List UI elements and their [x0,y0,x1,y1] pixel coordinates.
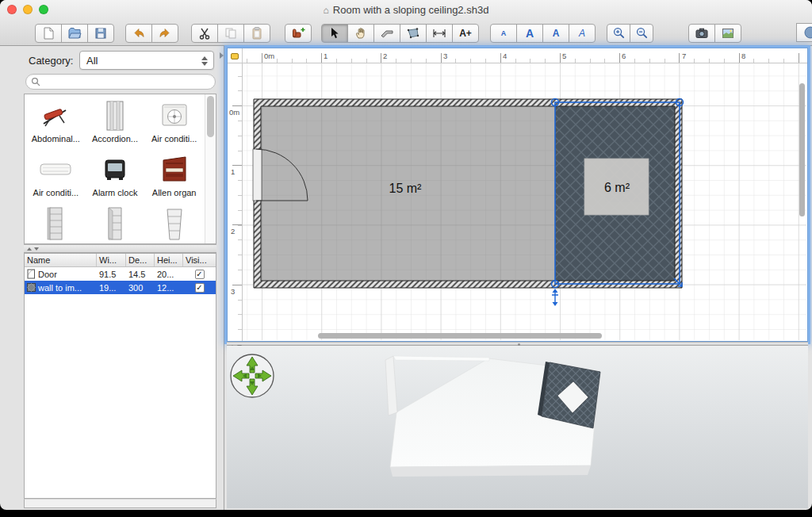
undo-button[interactable] [125,24,152,43]
create-dimensions-icon [432,26,446,40]
select-arrow-icon [327,26,342,40]
help-button[interactable] [796,23,812,42]
plan-view[interactable]: 0m 1 2 3 4 5 6 7 8 0m 1 2 3 [227,48,808,342]
catalog-item[interactable]: Allen organ [144,150,204,204]
zoom-out-button[interactable] [630,24,653,43]
catalog-item[interactable] [86,204,145,244]
add-text-tool-button[interactable]: A+ [452,24,479,43]
create-walls-tool-button[interactable] [373,24,400,43]
pan-tool-button[interactable] [347,24,374,43]
search-input[interactable] [40,76,215,87]
close-button[interactable] [7,5,17,14]
column-header-name[interactable]: Name [25,254,97,266]
create-video-button[interactable] [714,24,741,43]
hand-icon [354,26,368,40]
table-row[interactable]: Door 91.5 14.5 20... ✓ [25,267,216,281]
titlebar[interactable]: ⌂Room with a sloping ceiling2.sh3d [0,0,812,19]
furniture-list: Name Wi... De... Hei... Visi... Door 91.… [24,253,216,499]
copy-button[interactable] [217,24,244,43]
catalog-item[interactable]: Accordion... [86,96,145,150]
visible-checkbox[interactable]: ✓ [195,270,205,279]
catalog-item-label: Abdominal... [32,134,80,144]
minimize-button[interactable] [23,5,33,14]
corner-shelf-icon [98,206,132,241]
catalog-item[interactable] [26,204,86,244]
redo-button[interactable] [151,24,178,43]
cut-button[interactable] [191,24,218,43]
shelf-unit-icon [38,206,73,241]
zoom-out-icon [635,26,649,40]
room-area-label: 15 m² [389,182,422,196]
level-icon[interactable] [231,53,239,59]
plan-canvas[interactable] [243,63,806,340]
furniture-list-header[interactable]: Name Wi... De... Hei... Visi... [25,254,216,267]
3d-left-wall[interactable] [385,356,397,416]
3d-canvas[interactable] [227,346,808,508]
table-row-selected[interactable]: wall to im... 19... 300 12... ✓ [25,281,216,294]
column-header-height[interactable]: Hei... [155,254,183,266]
ruler-label: 7 [682,52,686,60]
row-depth: 300 [126,283,155,293]
select-tool-button[interactable] [321,24,348,43]
panel-collapse-arrow-icon[interactable] [220,52,224,59]
ruler-label: 4 [503,52,507,60]
plan-horizontal-scrollbar-thumb[interactable] [318,333,602,339]
create-rooms-tool-button[interactable] [400,24,427,43]
search-field[interactable] [25,74,216,90]
window-chrome: ⌂Room with a sloping ceiling2.sh3d [0,0,812,46]
new-home-button[interactable] [35,24,62,43]
catalog-item[interactable] [144,204,204,244]
document-icon: ⌂ [324,5,329,16]
zoom-in-button[interactable] [607,24,630,43]
catalog-furniture-splitter[interactable] [24,244,216,253]
doorway[interactable] [253,149,262,201]
catalog-item-label: Allen organ [152,188,197,197]
add-furniture-button[interactable] [285,24,312,43]
catalog-item[interactable]: Air conditi... [144,96,204,150]
save-button[interactable] [87,24,114,43]
decrease-text-size-button[interactable]: A [490,24,517,43]
increase-text-size-button[interactable]: A [516,24,543,43]
category-select[interactable]: All [79,51,214,70]
column-header-visible[interactable]: Visi... [183,254,216,266]
column-header-width[interactable]: Wi... [97,254,126,266]
visible-checkbox[interactable]: ✓ [195,283,205,293]
furniture-list-scrollbar[interactable] [24,499,216,508]
create-dimensions-tool-button[interactable] [426,24,453,43]
row-height: 20... [155,270,183,279]
catalog-item[interactable]: Alarm clock [86,150,145,204]
column-header-depth[interactable]: De... [126,254,155,266]
redo-icon [158,26,172,40]
3d-navigation-compass[interactable] [231,354,274,397]
3d-floor-slab-edge [390,465,591,477]
open-button[interactable] [61,24,88,43]
ruler-label: 6 [622,52,626,60]
toolbar: A+ A A A A [0,21,812,44]
italic-button[interactable]: A [569,24,596,43]
bold-button[interactable]: A [542,24,569,43]
create-walls-icon [380,26,394,40]
paste-button[interactable] [243,24,270,43]
catalog-scrollbar[interactable] [205,94,216,243]
zoom-button[interactable] [39,5,48,14]
catalog-item[interactable]: Abdominal... [26,96,86,150]
3d-back-wall[interactable] [393,356,489,361]
accordion-door-icon [98,98,132,133]
create-photo-button[interactable] [688,24,715,43]
add-text-icon: A+ [459,28,472,39]
plan-vertical-scrollbar-thumb[interactable] [799,83,805,216]
search-icon [31,77,40,86]
catalog-item[interactable]: Air conditi... [26,150,86,204]
new-document-icon [41,26,56,40]
increase-text-size-icon: A [526,27,534,40]
ruler-label: 2 [383,52,387,60]
copy-icon [224,26,238,40]
ruler-corner [228,48,243,63]
combo-stepper-icon [200,55,209,67]
panel-divider [224,46,224,510]
camera-icon [695,26,709,40]
3d-view[interactable] [227,346,808,508]
catalog-scrollbar-thumb[interactable] [207,96,214,137]
ruler-label: 0m [229,108,239,117]
room-area-label: 6 m² [604,181,630,195]
